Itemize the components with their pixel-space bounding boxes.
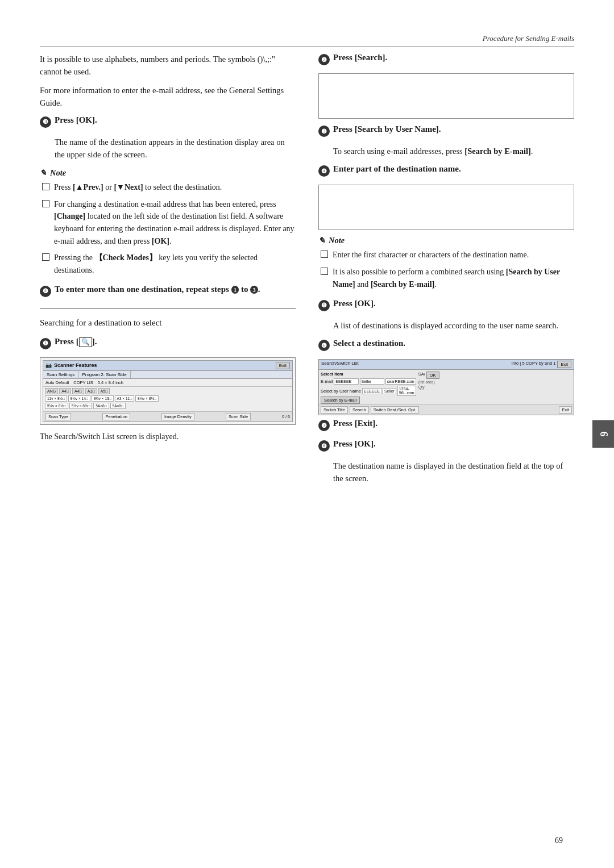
intro-p1: It is possible to use alphabets, numbers…	[40, 53, 296, 78]
scanner-btn-row1: ANG A4□ A4□ A1□ A5□	[45, 388, 291, 394]
sl-username-field3: 1234-56L.com	[397, 386, 416, 396]
cell-8x14[interactable]: 8½v × 14□	[68, 395, 90, 402]
page-header: Procedure for Sending E-mails	[40, 34, 574, 47]
scanner-btn-row2: 11v × 8½□ 8½v × 14□ 8½v × 13□ A3 × 11□ 8…	[45, 395, 291, 402]
right-note-item-2: It is also possible to perform a combine…	[321, 266, 574, 290]
right-step4: ❹ Enter part of the destination name.	[318, 164, 574, 177]
scanner-top-bar: 📷 Scanner Features Exit	[43, 361, 292, 371]
left-note-item-1: Press [▲Prev.] or [▼Next] to select the …	[42, 181, 296, 194]
sl-right-header: SA/ OK	[418, 372, 572, 379]
right-step3-circle: ❸	[318, 126, 330, 137]
right-step7-circle: ❼	[318, 420, 330, 431]
scanner-nav-1: Scan Settings	[43, 371, 78, 378]
page-number: 69	[555, 836, 563, 845]
cell-5ax8-2[interactable]: 5A×8□	[110, 403, 126, 409]
left-column: It is possible to use alphabets, numbers…	[40, 53, 296, 492]
sl-exit-top-btn[interactable]: Exit	[557, 361, 571, 368]
section-divider	[40, 308, 296, 309]
right-step2: ❷ Press [Search].	[318, 53, 574, 65]
right-step8-circle: ❽	[318, 440, 330, 452]
right-step5-body: A list of destinations is displayed acco…	[333, 319, 574, 332]
right-step6-circle: ❻	[318, 340, 330, 351]
sl-search-by-email-btn[interactable]: Search by E-mail	[321, 397, 360, 404]
scanner-exit-btn[interactable]: Exit	[276, 362, 290, 369]
left-note-text-2: For changing a destination e-mail addres…	[54, 198, 296, 248]
sl-search-btn[interactable]: Search	[350, 406, 369, 414]
scanner-scan-type[interactable]: Scan Type	[45, 413, 71, 420]
right-note-text-2: It is also possible to perform a combine…	[333, 266, 574, 290]
sl-email-field3: searRBBB.com	[385, 378, 416, 385]
left-note-item-2: For changing a destination e-mail addres…	[42, 198, 296, 248]
right-step8: ❽ Press [OK].	[318, 439, 574, 452]
btn-a4-2[interactable]: A4□	[72, 388, 84, 394]
cell-a3x11[interactable]: A3 × 11□	[115, 395, 135, 402]
display-box-1	[318, 73, 574, 119]
sl-title: Search/Switch List	[321, 361, 359, 368]
scanner-scan-side[interactable]: Scan Side	[226, 413, 251, 420]
right-step7: ❼ Press [Exit].	[318, 419, 574, 431]
right-step6: ❻ Select a destination.	[318, 339, 574, 351]
scanner-sub-3: 5.4 × 8.4 inch	[98, 380, 123, 385]
scanner-counter: 0 / 6	[282, 415, 290, 419]
right-step5: ❺ Press [OK].	[318, 299, 574, 311]
step2-label: Press [Search].	[333, 53, 387, 62]
btn-ang[interactable]: ANG	[45, 388, 58, 394]
step3-circle: ❸	[40, 116, 51, 128]
sl-switch-title-btn[interactable]: Switch Title	[321, 406, 348, 414]
cell-8x13[interactable]: 8½v × 13□	[92, 395, 114, 402]
right-note-checkbox-1	[321, 251, 328, 258]
scanner-bottom-bar: Scan Type Penetration Image Density Scan…	[43, 411, 292, 422]
cell-11x8[interactable]: 11v × 8½□	[45, 395, 67, 402]
btn-a1[interactable]: A1□	[85, 388, 97, 394]
cell-8x8[interactable]: 8½v × 8½□	[135, 395, 159, 402]
scanner-image-density[interactable]: Image Density	[161, 413, 194, 420]
scanner-buttons-row: ANG A4□ A4□ A1□ A5□ 11v × 8½□ 8½v × 14□ …	[43, 387, 292, 411]
section-tab: 6	[592, 420, 614, 448]
left-note-text-1: Press [▲Prev.] or [▼Next] to select the …	[54, 181, 222, 194]
step2-circle: ❷	[318, 54, 330, 65]
header-title: Procedure for Sending E-mails	[483, 34, 574, 43]
sl-ok-btn[interactable]: OK	[426, 372, 439, 379]
sl-email-field2: Seller	[360, 378, 384, 385]
left-note-label: Note	[50, 168, 66, 178]
btn-a4-1[interactable]: A4□	[59, 388, 71, 394]
sl-spacer	[421, 406, 557, 414]
sl-email-label: E-mail	[321, 379, 333, 384]
right-step6-label: Select a destination.	[333, 339, 405, 348]
right-step5-circle: ❺	[318, 300, 330, 311]
note-checkbox-1	[42, 183, 49, 190]
cell-5x8-2[interactable]: 5½v × 8½□	[69, 403, 93, 409]
left-step3: ❸ Press [OK].	[40, 115, 296, 128]
btn-a5[interactable]: A5□	[98, 388, 110, 394]
cell-5ax8-1[interactable]: 5A×8□	[93, 403, 109, 409]
scanner-sub-nav: Auto Default COPY LIS 5.4 × 8.4 inch	[43, 379, 292, 387]
sl-row-email: E-mail EEEEEE Seller searRBBB.com	[321, 378, 416, 385]
scanner-mockup: 📷 Scanner Features Exit Scan Settings Pr…	[43, 360, 293, 422]
sl-switch-dest-btn[interactable]: Switch Dest./Snd. Opt.	[371, 406, 419, 414]
section-heading: Searching for a destination to select	[40, 317, 296, 329]
right-note-item-1: Enter the first character or characters …	[321, 249, 574, 261]
left-step1: ❶ Press [🔍].	[40, 337, 296, 349]
right-step8-body: The destination name is displayed in the…	[333, 460, 574, 485]
scanner-penetration[interactable]: Penetration	[102, 413, 130, 420]
scanner-nav-2: Program 2: Scan Side	[78, 371, 130, 378]
scanner-title: Scanner Features	[54, 362, 97, 368]
sl-username-field1: EEEEEE	[362, 388, 381, 394]
sl-right-header-name: SA/	[418, 372, 425, 379]
left-note-block: ✎ Note Press [▲Prev.] or [▼Next] to sele…	[40, 168, 296, 277]
right-step8-label: Press [OK].	[333, 439, 376, 449]
sl-email-field1: EEEEEE	[334, 378, 358, 385]
right-step7-label: Press [Exit].	[333, 419, 377, 428]
step3-body: The name of the destination appears in t…	[55, 136, 296, 161]
sl-exit-bottom-btn[interactable]: Exit	[559, 406, 572, 414]
cell-5x8-1[interactable]: 5½v × 8½□	[45, 403, 68, 409]
scanner-caption: The Search/Switch List screen is display…	[40, 431, 296, 443]
sl-bottom-bar: Switch Title Search Switch Dest./Snd. Op…	[319, 404, 574, 415]
sl-top-bar: Search/Switch List Info | 5 COPY by Snd …	[319, 360, 574, 370]
right-step3-body: To search using e-mail addresses, press …	[333, 145, 574, 157]
step4-circle: ❹	[40, 286, 51, 297]
right-step3: ❸ Press [Search by User Name].	[318, 124, 574, 137]
sl-left: Select Item E-mail EEEEEE Seller searRBB…	[321, 372, 416, 403]
right-note-title: ✎ Note	[318, 236, 574, 245]
sl-search-email-btn-container: Search by E-mail	[321, 398, 416, 403]
